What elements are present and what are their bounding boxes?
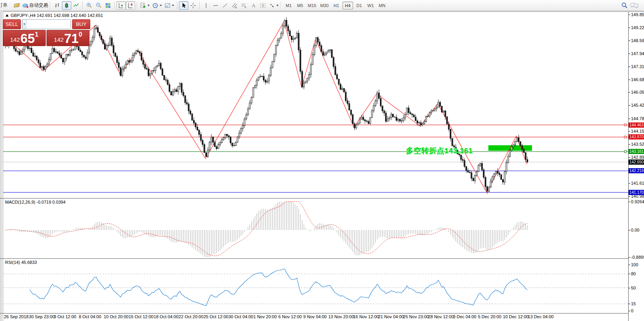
vertical-line-button[interactable] — [201, 1, 211, 10]
volume-decrease-button[interactable]: ▼ — [22, 20, 26, 29]
candlestick-chart-button[interactable] — [62, 1, 71, 10]
candle — [424, 121, 425, 124]
candle — [403, 118, 404, 121]
timeframe-button-m5[interactable]: M5 — [295, 2, 305, 9]
periods-dropdown-caret[interactable] — [160, 5, 162, 6]
candle — [359, 119, 360, 123]
buy-price-display[interactable]: 142 71 0 — [47, 30, 89, 46]
new-order-button[interactable] — [12, 1, 21, 10]
order-menu-label[interactable]: 订单 — [1, 2, 12, 9]
candle — [179, 83, 181, 87]
timeframe-button-m15[interactable]: M15 — [306, 2, 318, 9]
candle — [141, 53, 142, 60]
price-badge-142.650: 142.650 — [629, 160, 644, 165]
candle — [156, 66, 158, 67]
macd-indicator-panel[interactable] — [3, 199, 628, 258]
trendline-button[interactable] — [220, 1, 230, 10]
candle — [466, 167, 467, 171]
timeframe-button-h1[interactable]: H1 — [331, 2, 342, 9]
autotrading-button[interactable]: 自动交易 — [21, 1, 49, 10]
candle — [230, 137, 231, 143]
indicators-dropdown-caret[interactable] — [147, 5, 150, 6]
line-handle[interactable] — [624, 136, 626, 138]
candle — [160, 63, 161, 69]
zigzag-line[interactable] — [10, 21, 527, 192]
chart-title-text: GBPJPY-,H4 142.691 142.698 142.640 142.6… — [11, 13, 103, 18]
pivot-annotation: 多空转折点143.161 — [406, 146, 473, 156]
bar-chart-button[interactable] — [52, 1, 62, 10]
mt4-window: { "toolbar": { "order_label": "订单", "aut… — [0, 0, 644, 321]
timeframe-button-m30[interactable]: M30 — [318, 2, 330, 9]
buy-button[interactable]: BUY — [72, 19, 90, 29]
line-handle[interactable] — [624, 124, 626, 126]
axis-tick-mark — [629, 183, 630, 184]
candle — [258, 77, 259, 80]
candle — [55, 52, 56, 52]
search-icon — [621, 2, 628, 9]
axis-tick-mark — [629, 92, 630, 93]
line-handle[interactable] — [624, 150, 626, 152]
indicators-button[interactable] — [139, 1, 151, 10]
one-click-trading-panel: SELL ▼ ▲ BUY 142 65 1 142 71 0 — [3, 19, 90, 46]
candle — [57, 52, 58, 53]
toolbar-grip[interactable] — [50, 2, 51, 9]
periods-button[interactable] — [151, 1, 163, 10]
candle — [24, 45, 25, 50]
text-label-button[interactable]: T — [258, 1, 268, 10]
timeframe-button-h4[interactable]: H4 — [342, 2, 353, 9]
chat-button[interactable] — [629, 1, 640, 10]
arrows-button[interactable] — [268, 1, 280, 10]
autotrading-icon — [22, 4, 28, 7]
candle — [220, 143, 221, 145]
search-button[interactable] — [620, 1, 629, 10]
window-left-grip[interactable] — [0, 11, 3, 321]
chat-icon — [630, 2, 639, 9]
fibonacci-button[interactable]: F — [239, 1, 249, 10]
time-axis[interactable]: 26 Sep 201830 Sep 23:003 Oct 12:008 Oct … — [3, 314, 628, 321]
time-tick-label: 5 Dec 20:00 — [478, 314, 501, 319]
timeframe-button-m1[interactable]: M1 — [283, 2, 294, 9]
channel-button[interactable]: E — [230, 1, 239, 10]
chart-shift-button[interactable] — [126, 1, 135, 10]
candle — [413, 115, 415, 117]
horizontal-line-button[interactable] — [211, 1, 220, 10]
candle — [211, 137, 212, 142]
time-tick-label: 22 Oct 20:00 — [179, 314, 203, 319]
candle — [434, 109, 436, 110]
collapse-triangle-icon[interactable] — [6, 14, 9, 17]
toolbar-grip[interactable] — [280, 2, 282, 9]
crosshair-button[interactable] — [188, 1, 198, 10]
price-axis[interactable]: 149.850149.220148.590147.945147.315146.6… — [628, 12, 644, 321]
price-tick-label: 147.945 — [631, 51, 644, 56]
zoom-out-button[interactable] — [94, 1, 103, 10]
templates-button[interactable] — [163, 1, 175, 10]
text-button[interactable]: A — [249, 1, 258, 10]
panel-splitter[interactable] — [0, 258, 644, 259]
sell-price-major: 142 — [10, 35, 20, 45]
chart-shift-icon — [127, 2, 134, 9]
candle — [322, 52, 324, 55]
timeframe-button-w1[interactable]: W1 — [365, 2, 376, 9]
rsi-indicator-panel[interactable] — [3, 259, 628, 313]
templates-dropdown-caret[interactable] — [172, 5, 174, 6]
sell-button[interactable]: SELL — [3, 19, 21, 29]
panel-splitter[interactable] — [0, 198, 644, 199]
auto-scroll-button[interactable] — [116, 1, 126, 10]
sell-price-display[interactable]: 142 65 1 — [3, 30, 46, 46]
tile-windows-button[interactable] — [103, 1, 113, 10]
candle — [150, 74, 151, 76]
candle — [321, 46, 322, 52]
zoom-in-button[interactable] — [84, 1, 94, 10]
candle — [319, 42, 320, 46]
timeframe-button-mn[interactable]: MN — [377, 2, 387, 9]
candle — [167, 80, 168, 84]
volume-input[interactable] — [26, 20, 71, 29]
cursor-button[interactable] — [179, 1, 188, 10]
candle — [29, 48, 30, 48]
candle — [20, 52, 22, 54]
line-chart-button[interactable] — [71, 1, 81, 10]
main-price-chart[interactable] — [3, 12, 628, 198]
arrows-dropdown-caret[interactable] — [276, 5, 279, 6]
timeframe-button-d1[interactable]: D1 — [354, 2, 365, 9]
candle — [523, 149, 525, 153]
